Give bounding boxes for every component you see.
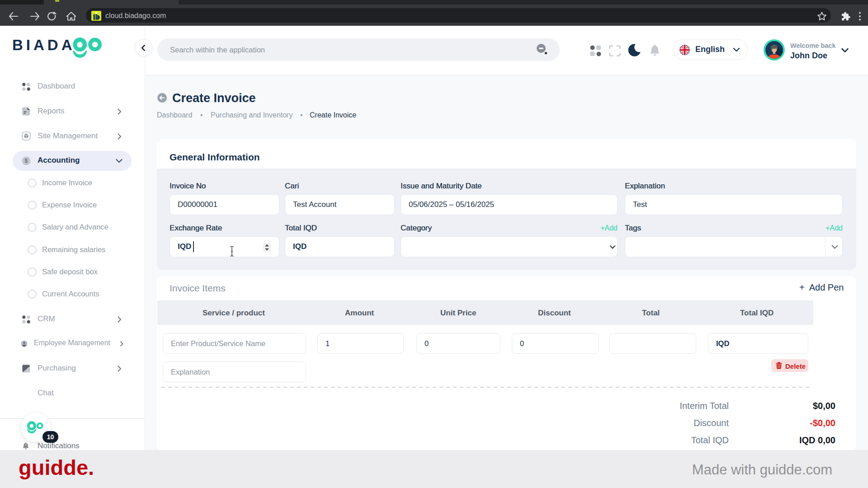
svg-text:$: $: [25, 158, 28, 164]
